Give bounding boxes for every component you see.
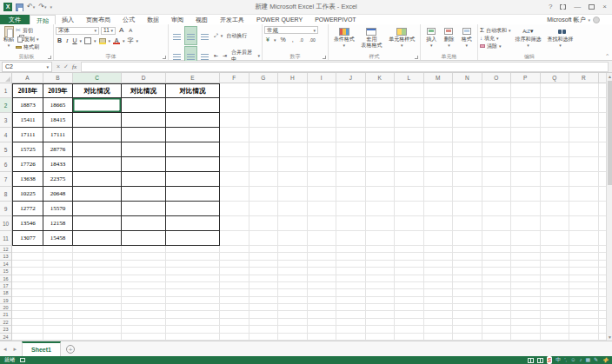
- cell-L4[interactable]: [395, 128, 424, 142]
- column-header-D[interactable]: D: [122, 73, 166, 83]
- cell-Q8[interactable]: [541, 187, 570, 202]
- cell-S22[interactable]: [599, 319, 607, 326]
- cell-C17[interactable]: [73, 282, 122, 289]
- cell-I10[interactable]: [308, 216, 337, 231]
- cell-P20[interactable]: [511, 304, 541, 311]
- cell-P3[interactable]: [511, 113, 541, 128]
- cell-C14[interactable]: [73, 261, 122, 268]
- sheet-tab-sheet1[interactable]: Sheet1: [22, 341, 61, 356]
- cell-B8[interactable]: 20648: [43, 187, 73, 202]
- cell-H7[interactable]: [278, 172, 308, 187]
- tab-插入[interactable]: 插入: [56, 15, 80, 24]
- cell-G9[interactable]: [249, 202, 279, 216]
- cell-F18[interactable]: [220, 289, 249, 296]
- cell-O18[interactable]: [482, 289, 512, 296]
- cell-R13[interactable]: [569, 253, 599, 260]
- cell-S13[interactable]: [599, 253, 607, 260]
- qat-customize-button[interactable]: ▾: [50, 4, 52, 10]
- cell-S21[interactable]: [599, 311, 607, 318]
- cell-B17[interactable]: [43, 282, 73, 289]
- cell-H23[interactable]: [278, 326, 308, 333]
- cell-B1[interactable]: 2019年: [43, 83, 73, 98]
- page-layout-view-icon[interactable]: [537, 358, 543, 363]
- cell-A22[interactable]: [12, 319, 43, 326]
- row-header-3[interactable]: 3: [0, 113, 12, 128]
- cell-Q21[interactable]: [541, 311, 570, 318]
- scroll-down-icon[interactable]: ▼: [607, 334, 612, 341]
- cell-I8[interactable]: [308, 187, 337, 202]
- cell-C21[interactable]: [73, 311, 122, 318]
- cell-D12[interactable]: [122, 246, 166, 253]
- cell-F24[interactable]: [220, 334, 249, 341]
- cell-A13[interactable]: [12, 253, 43, 260]
- cell-R24[interactable]: [569, 334, 599, 341]
- column-header-H[interactable]: H: [278, 73, 308, 83]
- cell-L13[interactable]: [395, 253, 424, 260]
- number-format-select[interactable]: 常规▾: [264, 26, 318, 34]
- cell-P7[interactable]: [511, 172, 541, 187]
- cell-D7[interactable]: [122, 172, 166, 187]
- cell-S24[interactable]: [599, 334, 607, 341]
- cell-P18[interactable]: [511, 289, 541, 296]
- column-header-C[interactable]: C: [73, 73, 122, 83]
- cell-H6[interactable]: [278, 157, 308, 172]
- cell-O4[interactable]: [482, 128, 512, 142]
- cell-R20[interactable]: [569, 304, 599, 311]
- cell-C22[interactable]: [73, 319, 122, 326]
- row-header-9[interactable]: 9: [0, 202, 12, 216]
- cell-D24[interactable]: [122, 334, 166, 341]
- cell-D5[interactable]: [122, 142, 166, 157]
- cell-D8[interactable]: [122, 187, 166, 202]
- cell-E4[interactable]: [166, 128, 220, 142]
- cell-I2[interactable]: [308, 98, 337, 113]
- cell-C9[interactable]: [73, 202, 122, 216]
- cell-G13[interactable]: [249, 253, 279, 260]
- cell-R23[interactable]: [569, 326, 599, 333]
- cell-S14[interactable]: [599, 261, 607, 268]
- cell-F19[interactable]: [220, 297, 249, 304]
- cell-R4[interactable]: [569, 128, 599, 142]
- column-header-P[interactable]: P: [511, 73, 541, 83]
- cell-M12[interactable]: [424, 246, 454, 253]
- cell-K17[interactable]: [366, 282, 396, 289]
- cell-H21[interactable]: [278, 311, 308, 318]
- cell-P5[interactable]: [511, 142, 541, 157]
- select-all-corner[interactable]: [0, 73, 12, 83]
- conditional-formatting-button[interactable]: 条件格式▾: [332, 25, 356, 49]
- cell-Q19[interactable]: [541, 297, 570, 304]
- cell-B3[interactable]: 18415: [43, 113, 73, 128]
- orientation-button[interactable]: ⤢: [212, 31, 220, 40]
- cell-K9[interactable]: [366, 202, 396, 216]
- cell-M8[interactable]: [424, 187, 454, 202]
- cell-Q17[interactable]: [541, 282, 570, 289]
- formula-input[interactable]: [81, 62, 609, 72]
- cell-C13[interactable]: [73, 253, 122, 260]
- cell-H24[interactable]: [278, 334, 308, 341]
- column-header-F[interactable]: F: [220, 73, 249, 83]
- cell-N5[interactable]: [453, 142, 482, 157]
- cell-J21[interactable]: [336, 311, 366, 318]
- cell-N11[interactable]: [453, 231, 482, 246]
- cell-K24[interactable]: [366, 334, 396, 341]
- cell-I23[interactable]: [308, 326, 337, 333]
- cell-B9[interactable]: 15570: [43, 202, 73, 216]
- cell-B14[interactable]: [43, 261, 73, 268]
- spreadsheet-grid[interactable]: ABCDEFGHIJKLMNOPQRS12018年2019年对比情况对比情况对比…: [0, 73, 606, 341]
- cell-K4[interactable]: [366, 128, 396, 142]
- input-mode-icon[interactable]: 中: [555, 356, 561, 364]
- cell-E7[interactable]: [166, 172, 220, 187]
- cell-styles-button[interactable]: 单元格样式▾: [387, 25, 416, 49]
- row-header-21[interactable]: 21: [0, 311, 12, 318]
- cell-P9[interactable]: [511, 202, 541, 216]
- cell-F22[interactable]: [220, 319, 249, 326]
- cell-E22[interactable]: [166, 319, 220, 326]
- enter-icon[interactable]: ✓: [63, 63, 69, 70]
- cell-I1[interactable]: [308, 83, 337, 98]
- column-header-G[interactable]: G: [249, 73, 279, 83]
- cell-B7[interactable]: 22375: [43, 172, 73, 187]
- increase-indent-button[interactable]: ⇥: [221, 51, 229, 60]
- cell-J19[interactable]: [336, 297, 366, 304]
- cell-D17[interactable]: [122, 282, 166, 289]
- cell-I6[interactable]: [308, 157, 337, 172]
- cell-S19[interactable]: [599, 297, 607, 304]
